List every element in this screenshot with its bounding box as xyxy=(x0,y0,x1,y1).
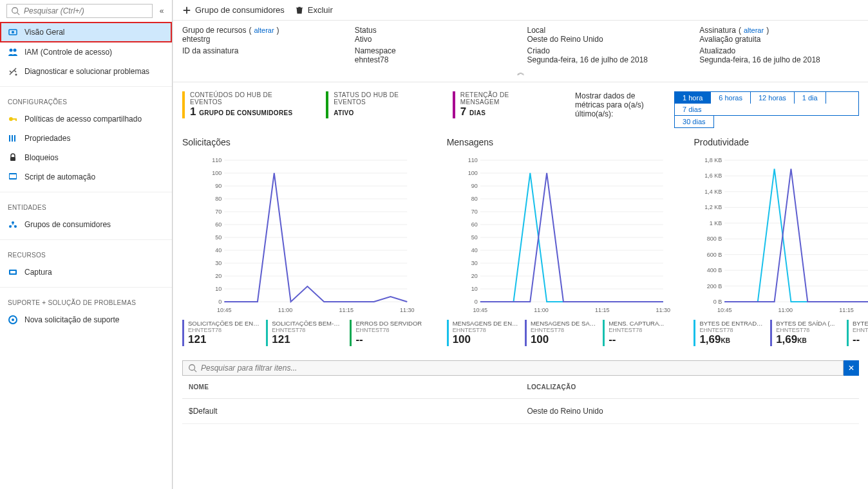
time-range-button[interactable]: 1 dia xyxy=(795,92,826,104)
svg-text:70: 70 xyxy=(215,208,222,215)
svg-rect-9 xyxy=(15,118,17,121)
sidebar-search[interactable] xyxy=(6,4,153,18)
sidebar-item-nova-solicita-o-de-suporte[interactable]: Nova solicitação de suporte xyxy=(0,310,172,329)
collapse-sidebar-button[interactable]: « xyxy=(156,6,167,15)
kpi-title: RETENÇÃO DE MENSAGEM xyxy=(460,91,549,106)
cell-name: $Default xyxy=(182,399,521,424)
svg-rect-11 xyxy=(12,135,13,142)
col-name[interactable]: NOME xyxy=(182,376,521,399)
plus-icon xyxy=(182,6,191,15)
svg-text:11:30: 11:30 xyxy=(656,307,670,313)
sidebar-item-label: Políticas de acesso compartilhado xyxy=(24,115,142,124)
essentials: Grupo de recursos (alterar) ehtestrg Sta… xyxy=(173,21,868,82)
svg-text:0 B: 0 B xyxy=(713,299,722,305)
consumer-groups-icon xyxy=(8,219,18,230)
chart-metric-value: -- xyxy=(355,333,427,346)
svg-point-4 xyxy=(10,49,13,52)
subscription-id-label: ID da assinatura xyxy=(182,46,342,55)
svg-rect-20 xyxy=(10,271,15,273)
trash-icon xyxy=(295,6,304,15)
svg-text:90: 90 xyxy=(215,183,222,189)
chart-metric-sub: EHNTEST78 xyxy=(776,327,840,333)
chart-metric[interactable]: SOLICITAÇÕES DE ENT...EHNTEST78121 xyxy=(182,320,259,346)
chart-metric[interactable]: SOLICITAÇÕES BEM-SU...EHNTEST78121 xyxy=(266,320,343,346)
resource-group-link[interactable]: ehtestrg xyxy=(182,35,342,44)
chart-metric-name: MENSAGENS DE SAÍDA... xyxy=(531,320,596,327)
sidebar-section-header: ENTIDADES xyxy=(0,192,172,215)
change-resource-group-link[interactable]: alterar xyxy=(254,26,274,34)
svg-rect-12 xyxy=(14,135,15,142)
sidebar-item-grupos-de-consumidores[interactable]: Grupos de consumidores xyxy=(0,215,172,234)
chart-metric[interactable]: ERROS DO SERVIDOREHNTEST78-- xyxy=(350,320,427,346)
chart-metric-name: SOLICITAÇÕES DE ENT... xyxy=(188,320,259,327)
svg-point-6 xyxy=(15,74,17,76)
sidebar-item-diagnosticar-e-solucionar-problemas[interactable]: Diagnosticar e solucionar problemas xyxy=(0,62,172,81)
svg-text:30: 30 xyxy=(215,260,222,266)
essentials-collapse-toggle[interactable]: ︽ xyxy=(182,67,859,78)
sidebar-item-captura[interactable]: Captura xyxy=(0,263,172,282)
time-range-button[interactable]: 6 horas xyxy=(711,92,751,104)
change-subscription-link[interactable]: alterar xyxy=(744,26,764,34)
sidebar-item-bloqueios[interactable]: Bloqueios xyxy=(0,148,172,167)
sidebar-item-pol-ticas-de-acesso-compartilhado[interactable]: Políticas de acesso compartilhado xyxy=(0,109,172,129)
chart-produtividade: Produtividade0 B200 B400 B600 B800 B1 KB… xyxy=(693,137,868,346)
svg-text:80: 80 xyxy=(471,196,477,202)
lock-icon xyxy=(8,152,18,163)
svg-text:11:15: 11:15 xyxy=(339,307,354,313)
svg-text:100: 100 xyxy=(212,170,222,176)
svg-text:0: 0 xyxy=(218,299,222,305)
svg-line-1 xyxy=(17,13,20,15)
chart-metric-sub: EHNTEST78 xyxy=(272,327,343,333)
sidebar-item-script-de-automa-o[interactable]: Script de automação xyxy=(0,167,172,187)
chart-title: Solicitações xyxy=(182,137,428,147)
svg-point-0 xyxy=(12,8,18,14)
chart-metric-name: BYTES CAPTURADOS xyxy=(853,320,868,327)
col-location[interactable]: LOCALIZAÇÃO xyxy=(521,376,860,399)
chart-metric[interactable]: BYTES DE SAÍDA (...EHNTEST781,69KB xyxy=(770,320,840,346)
time-range-button[interactable]: 7 dias xyxy=(675,104,709,115)
chart-metric[interactable]: BYTES DE ENTRADA (...EHNTEST781,69KB xyxy=(693,320,764,346)
created-value: Segunda-feira, 16 de julho de 2018 xyxy=(527,55,687,64)
chart-plot[interactable]: 010203040506070809010011010:4511:0011:15… xyxy=(447,154,675,315)
chart-plot[interactable]: 010203040506070809010011010:4511:0011:15… xyxy=(182,154,428,315)
chart-metric[interactable]: MENS. CAPTURA...EHNTEST78-- xyxy=(603,320,674,346)
svg-rect-10 xyxy=(9,135,10,142)
cell-location: Oeste do Reino Unido xyxy=(521,399,860,424)
capture-icon xyxy=(8,267,18,277)
svg-text:110: 110 xyxy=(212,157,222,163)
sidebar-item-vis-o-geral[interactable]: Visão Geral xyxy=(0,22,172,42)
chart-metric-name: MENS. CAPTURA... xyxy=(609,320,674,327)
sidebar-item-iam-controle-de-acesso-[interactable]: IAM (Controle de acesso) xyxy=(0,42,172,62)
svg-text:10: 10 xyxy=(215,286,222,292)
delete-button[interactable]: Excluir xyxy=(295,5,333,15)
table-row[interactable]: $DefaultOeste do Reino Unido xyxy=(182,399,859,424)
chart-plot[interactable]: 0 B200 B400 B600 B800 B1 KB1,2 KB1,4 KB1… xyxy=(693,154,868,315)
subscription-link[interactable]: Avaliação gratuita xyxy=(699,35,859,44)
svg-text:100: 100 xyxy=(467,170,477,176)
location-label: Local xyxy=(527,26,687,35)
table-filter[interactable] xyxy=(182,360,844,376)
time-range-button[interactable]: 30 dias xyxy=(675,116,713,127)
svg-text:1 KB: 1 KB xyxy=(710,220,722,226)
time-range-button[interactable]: 1 hora xyxy=(675,92,711,104)
chart-metric[interactable]: MENSAGENS DE ENT...EHNTEST78100 xyxy=(447,320,518,346)
table-filter-input[interactable] xyxy=(201,364,838,373)
chart-metric[interactable]: BYTES CAPTURADOSEHNTEST78-- xyxy=(847,320,868,346)
toolbar: Grupo de consumidores Excluir xyxy=(173,0,868,21)
svg-text:600 B: 600 B xyxy=(707,252,722,258)
status-label: Status xyxy=(355,26,514,35)
new-consumer-group-button[interactable]: Grupo de consumidores xyxy=(182,5,285,15)
kpi-card: STATUS DO HUB DE EVENTOSATIVO xyxy=(326,91,432,118)
chart-metric[interactable]: MENSAGENS DE SAÍDA...EHNTEST78100 xyxy=(525,320,596,346)
sidebar-item-propriedades[interactable]: Propriedades xyxy=(0,129,172,148)
time-range-button[interactable]: 12 horas xyxy=(751,92,795,104)
svg-text:90: 90 xyxy=(471,183,477,189)
new-consumer-group-label: Grupo de consumidores xyxy=(195,5,285,15)
sidebar-search-input[interactable] xyxy=(24,6,148,15)
chart-metric-name: ERROS DO SERVIDOR xyxy=(355,320,427,327)
sidebar-item-label: IAM (Controle de acesso) xyxy=(24,48,112,57)
iam-icon xyxy=(8,47,18,57)
table-filter-clear-button[interactable]: ✕ xyxy=(844,360,859,376)
chart-metric-value: -- xyxy=(853,333,868,346)
kpi-value: ATIVO xyxy=(334,106,432,118)
